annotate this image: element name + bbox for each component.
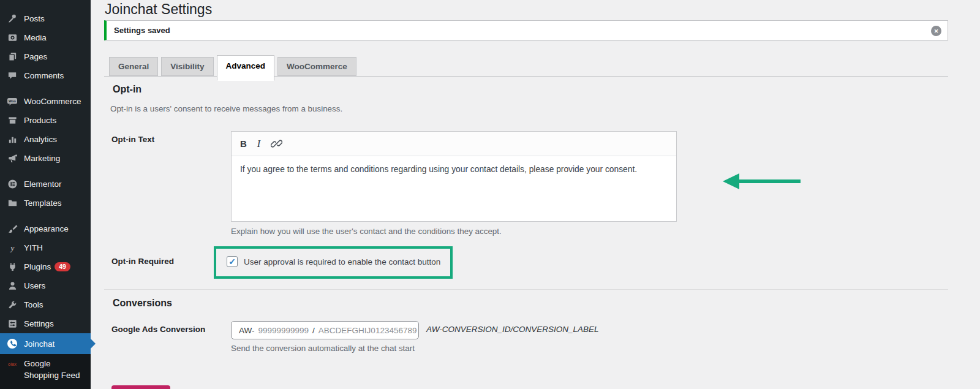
- conversion-format-hint: AW-CONVERSION_ID/CONVERSION_LABEL: [426, 325, 599, 334]
- conversion-id-placeholder: 99999999999: [258, 326, 309, 335]
- google-shopping-icon: olax: [6, 358, 18, 369]
- optin-text-help: Explain how you will use the user's cont…: [231, 227, 502, 236]
- tab-visibility[interactable]: Visibility: [161, 57, 213, 76]
- sidebar-item-comments[interactable]: Comments: [0, 66, 91, 85]
- svg-text:Woo: Woo: [9, 99, 16, 103]
- sidebar-item-label: Media: [24, 33, 47, 42]
- notice-text: Settings saved: [107, 26, 170, 35]
- sidebar-item-label: Posts: [24, 14, 45, 23]
- optin-text-label: Opt-in Text: [111, 135, 154, 144]
- sidebar-item-label: Analytics: [24, 135, 57, 144]
- tab-advanced[interactable]: Advanced: [217, 55, 275, 81]
- optin-section-heading: Opt-in: [113, 84, 141, 95]
- page-title: Joinchat Settings: [105, 0, 212, 18]
- analytics-icon: [6, 134, 18, 145]
- conversion-help: Send the conversion automatically at the…: [231, 344, 415, 353]
- sidebar-item-label: Plugins: [24, 262, 51, 271]
- sidebar-item-products[interactable]: Products: [0, 111, 91, 130]
- sidebar-item-pages[interactable]: Pages: [0, 47, 91, 66]
- plugins-update-badge: 49: [55, 262, 70, 271]
- input-prefix: AW-: [239, 326, 255, 335]
- sidebar-item-settings[interactable]: Settings: [0, 314, 91, 333]
- svg-text:olax: olax: [8, 362, 17, 366]
- comments-icon: [6, 70, 18, 81]
- sidebar-item-marketing[interactable]: Marketing: [0, 149, 91, 168]
- italic-icon[interactable]: I: [257, 138, 260, 149]
- admin-sidebar: PostsMediaPagesCommentsWooWooCommercePro…: [0, 0, 91, 389]
- section-divider: [104, 289, 948, 290]
- settings-saved-notice: Settings saved ✕: [104, 20, 948, 40]
- users-icon: [6, 281, 18, 292]
- sidebar-item-label: Joinchat: [24, 339, 55, 349]
- joinchat-icon: [6, 338, 18, 349]
- google-ads-conversion-label: Google Ads Conversion: [111, 325, 205, 334]
- sidebar-item-label: Appearance: [24, 224, 69, 233]
- sidebar-item-plugins[interactable]: Plugins49: [0, 257, 91, 276]
- google-ads-conversion-input[interactable]: AW- 99999999999 / ABCDEFGHIJ0123456789: [231, 321, 419, 339]
- sidebar-item-label: Pages: [24, 52, 47, 61]
- editor-toolbar: B I: [232, 132, 676, 156]
- settings-tabs: GeneralVisibilityAdvancedWooCommerce: [109, 57, 360, 81]
- products-icon: [6, 115, 18, 126]
- pin-icon: [6, 13, 18, 25]
- yith-icon: y: [6, 243, 18, 254]
- tab-woocommerce[interactable]: WooCommerce: [277, 57, 356, 76]
- bold-icon[interactable]: B: [240, 138, 247, 149]
- sidebar-item-yith[interactable]: yYITH: [0, 238, 91, 257]
- optin-required-label: Opt-in Required: [111, 257, 174, 266]
- woocommerce-icon: Woo: [6, 96, 18, 107]
- sidebar-item-woocommerce[interactable]: WooWooCommerce: [0, 92, 91, 111]
- settings-icon: [6, 319, 18, 330]
- sidebar-item-label: WooCommerce: [24, 97, 81, 106]
- sidebar-item-appearance[interactable]: Appearance: [0, 219, 91, 238]
- conversions-section-heading: Conversions: [113, 298, 172, 309]
- sidebar-item-label: YITH: [24, 243, 43, 252]
- sidebar-item-label: Tools: [24, 300, 43, 309]
- appearance-icon: [6, 224, 18, 235]
- sidebar-item-label: Settings: [24, 319, 54, 328]
- sidebar-item-joinchat[interactable]: Joinchat: [0, 333, 91, 354]
- save-button[interactable]: [111, 385, 170, 389]
- elementor-icon: [6, 179, 18, 190]
- templates-icon: [6, 198, 18, 209]
- optin-required-checkbox-label: User approval is required to enable the …: [244, 257, 440, 266]
- tab-general[interactable]: General: [109, 57, 158, 76]
- menu-separator: [0, 213, 91, 219]
- optin-required-checkbox[interactable]: [227, 256, 238, 267]
- menu-separator: [0, 85, 91, 92]
- sidebar-item-label: Google Shopping Feed: [24, 358, 83, 381]
- tools-icon: [6, 300, 18, 311]
- sidebar-item-label: Elementor: [24, 179, 62, 189]
- dismiss-notice-icon[interactable]: ✕: [931, 26, 941, 36]
- sidebar-item-tools[interactable]: Tools: [0, 295, 91, 314]
- conversion-label-placeholder: ABCDEFGHIJ0123456789: [318, 326, 417, 335]
- link-icon[interactable]: [271, 138, 282, 149]
- annotation-arrow-icon: [723, 173, 802, 189]
- sidebar-item-label: Comments: [24, 71, 64, 80]
- sidebar-item-analytics[interactable]: Analytics: [0, 130, 91, 149]
- sidebar-item-label: Marketing: [24, 154, 60, 163]
- sidebar-item-label: Users: [24, 281, 45, 290]
- settings-page: Joinchat Settings Settings saved ✕ Gener…: [91, 0, 980, 389]
- sidebar-item-media[interactable]: Media: [0, 28, 91, 47]
- sidebar-item-users[interactable]: Users: [0, 276, 91, 295]
- media-icon: [6, 32, 18, 43]
- marketing-icon: [6, 153, 18, 164]
- optin-section-description: Opt-in is a users' consent to receive me…: [110, 104, 342, 113]
- svg-text:y: y: [9, 243, 14, 252]
- sidebar-item-posts[interactable]: Posts: [0, 9, 91, 28]
- pages-icon: [6, 51, 18, 62]
- sidebar-item-label: Templates: [24, 198, 62, 208]
- sidebar-item-templates[interactable]: Templates: [0, 194, 91, 213]
- plugins-icon: [6, 262, 18, 273]
- menu-separator: [0, 168, 91, 175]
- optin-text-editor: B I If you agree to the terms and condit…: [231, 131, 677, 222]
- optin-text-input[interactable]: If you agree to the terms and conditions…: [232, 156, 676, 183]
- sidebar-item-google-shopping-feed[interactable]: olaxGoogle Shopping Feed: [0, 354, 91, 389]
- sidebar-item-label: Products: [24, 116, 56, 125]
- input-separator: /: [312, 326, 315, 335]
- sidebar-item-elementor[interactable]: Elementor: [0, 175, 91, 194]
